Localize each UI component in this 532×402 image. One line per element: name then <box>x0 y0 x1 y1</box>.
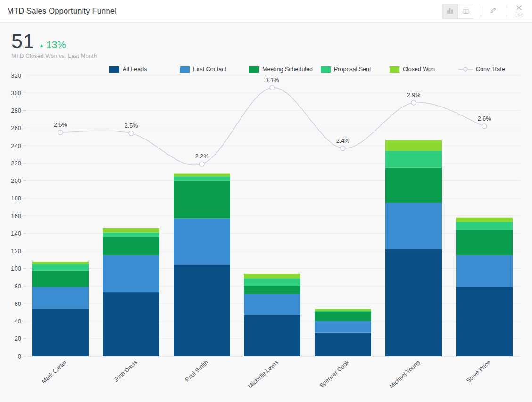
legend-swatch <box>390 66 399 73</box>
bar-segment-closed-won[interactable] <box>456 218 513 222</box>
bar-segment-proposal-sent[interactable] <box>456 222 513 230</box>
legend-item-first-contact[interactable]: First Contact <box>180 66 226 73</box>
bar-segment-all-leads[interactable] <box>315 333 371 356</box>
legend-swatch <box>321 66 331 73</box>
table-view-button[interactable] <box>458 4 474 18</box>
legend-swatch <box>109 66 119 73</box>
table-grid-icon <box>462 7 470 16</box>
y-axis-label: 80 <box>15 283 21 290</box>
bar-segment-all-leads[interactable] <box>244 315 300 356</box>
conv-rate-marker[interactable] <box>200 162 204 166</box>
conv-rate-value-label: 2.6% <box>478 115 491 122</box>
x-axis-label: Josh Davis <box>113 359 139 383</box>
legend-label: Closed Won <box>403 66 435 73</box>
legend-label: All Leads <box>123 66 147 73</box>
legend-swatch <box>249 66 259 73</box>
funnel-combo-chart: 0204060801001201401601802002202402602803… <box>0 23 532 402</box>
y-axis-label: 40 <box>15 318 21 325</box>
bar-segment-all-leads[interactable] <box>385 249 442 356</box>
y-axis-label: 260 <box>11 124 21 131</box>
legend-label: Conv. Rate <box>476 66 505 73</box>
bar-segment-proposal-sent[interactable] <box>174 176 230 180</box>
x-axis-label: Michael Young <box>388 359 421 390</box>
divider <box>481 5 481 17</box>
y-axis-label: 60 <box>15 300 21 307</box>
x-axis-label: Michelle Lewis <box>247 359 280 390</box>
bar-segment-first-contact[interactable] <box>103 255 159 292</box>
legend-item-closed-won[interactable]: Closed Won <box>390 66 435 73</box>
pencil-icon <box>490 7 497 16</box>
conv-rate-marker[interactable] <box>341 146 345 151</box>
y-axis-label: 160 <box>11 213 21 220</box>
bar-segment-all-leads[interactable] <box>103 292 159 356</box>
bar-segment-proposal-sent[interactable] <box>315 311 371 312</box>
bar-segment-proposal-sent[interactable] <box>32 264 89 270</box>
esc-label: ESC <box>515 13 524 17</box>
bar-segment-meeting-scheduled[interactable] <box>103 237 159 255</box>
panel-title: MTD Sales Opportunity Funnel <box>7 7 116 16</box>
chart-view-button[interactable] <box>442 4 458 18</box>
legend-item-conv-rate[interactable]: Conv. Rate <box>458 66 505 73</box>
legend: All LeadsFirst ContactMeeting ScheduledP… <box>0 66 532 74</box>
y-axis-label: 120 <box>11 247 21 254</box>
conv-rate-value-label: 2.9% <box>407 92 421 98</box>
view-toggle <box>442 4 474 19</box>
legend-label: First Contact <box>193 66 226 73</box>
bar-segment-first-contact[interactable] <box>32 287 89 309</box>
line-marker-icon <box>458 66 473 72</box>
y-axis-label: 200 <box>11 177 21 184</box>
legend-item-all-leads[interactable]: All Leads <box>109 66 147 73</box>
y-axis-label: 100 <box>11 265 21 272</box>
conv-rate-value-label: 2.4% <box>336 138 350 144</box>
bar-segment-closed-won[interactable] <box>32 262 89 264</box>
legend-item-proposal-sent[interactable]: Proposal Sent <box>321 66 371 73</box>
bar-segment-first-contact[interactable] <box>385 203 442 249</box>
bar-segment-closed-won[interactable] <box>244 274 300 278</box>
bar-segment-meeting-scheduled[interactable] <box>174 181 230 219</box>
bar-chart-icon <box>446 7 454 16</box>
conv-rate-marker[interactable] <box>270 85 274 90</box>
legend-item-meeting-scheduled[interactable]: Meeting Scheduled <box>249 66 313 73</box>
y-axis-label: 140 <box>11 230 21 237</box>
chart-panel-body: 0204060801001201401601802002202402602803… <box>0 23 532 402</box>
edit-button[interactable] <box>488 6 499 16</box>
dashboard-panel: MTD Sales Opportunity Funnel <box>0 0 532 402</box>
conv-rate-marker[interactable] <box>129 131 133 136</box>
bar-segment-closed-won[interactable] <box>385 140 442 151</box>
conv-rate-marker[interactable] <box>58 130 63 135</box>
bar-segment-meeting-scheduled[interactable] <box>456 230 513 255</box>
conv-rate-value-label: 2.5% <box>125 123 138 129</box>
bar-segment-meeting-scheduled[interactable] <box>32 270 89 287</box>
conv-rate-marker[interactable] <box>482 124 487 129</box>
bar-segment-first-contact[interactable] <box>315 321 371 333</box>
legend-label: Proposal Sent <box>334 66 371 73</box>
y-axis-label: 220 <box>11 160 21 167</box>
conv-rate-marker[interactable] <box>411 100 416 105</box>
bar-segment-first-contact[interactable] <box>456 255 513 287</box>
close-button[interactable]: ESC <box>513 4 525 18</box>
panel-header: MTD Sales Opportunity Funnel <box>0 0 532 23</box>
bar-segment-proposal-sent[interactable] <box>244 278 300 286</box>
x-axis-label: Spencer Cook <box>318 359 351 389</box>
bar-segment-closed-won[interactable] <box>174 174 230 177</box>
bar-segment-all-leads[interactable] <box>32 309 89 356</box>
x-axis-label: Steve Price <box>465 359 492 384</box>
y-axis-label: 280 <box>11 107 21 114</box>
bar-segment-proposal-sent[interactable] <box>385 151 442 167</box>
bar-segment-first-contact[interactable] <box>174 219 230 265</box>
bar-segment-meeting-scheduled[interactable] <box>385 168 442 203</box>
bar-segment-all-leads[interactable] <box>174 265 230 356</box>
bar-segment-first-contact[interactable] <box>244 294 300 315</box>
divider <box>506 5 506 17</box>
bar-segment-closed-won[interactable] <box>315 309 371 311</box>
conv-rate-value-label: 2.6% <box>54 122 67 128</box>
bar-segment-all-leads[interactable] <box>456 287 513 356</box>
bar-segment-proposal-sent[interactable] <box>103 232 159 237</box>
bar-segment-meeting-scheduled[interactable] <box>244 286 300 294</box>
bar-segment-closed-won[interactable] <box>103 228 159 232</box>
x-axis-label: Mark Carter <box>41 359 68 385</box>
bar-segment-meeting-scheduled[interactable] <box>315 312 371 321</box>
y-axis-label: 180 <box>11 195 21 202</box>
conv-rate-value-label: 2.2% <box>195 153 209 160</box>
conv-rate-value-label: 3.1% <box>266 77 279 83</box>
